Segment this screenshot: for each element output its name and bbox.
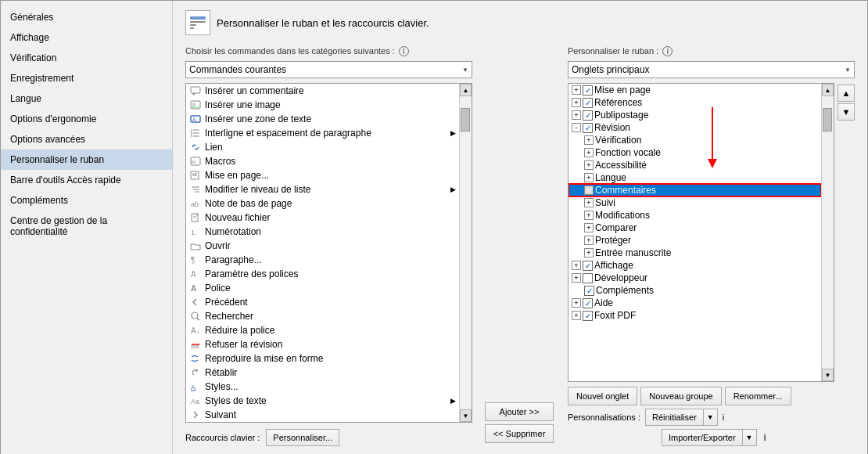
new-group-button[interactable]: Nouveau groupe (640, 387, 721, 405)
right-scroll-up[interactable]: ▲ (822, 84, 834, 96)
importer-exporter-btn[interactable]: Importer/Exporter ▼ (662, 429, 757, 446)
sidebar-item-confidentialite[interactable]: Centre de gestion de la confidentialité (1, 211, 172, 242)
sidebar-item-generales[interactable]: Générales (1, 7, 172, 27)
expand-icon[interactable]: + (584, 223, 594, 232)
left-info-icon[interactable]: i (399, 46, 409, 56)
expand-icon[interactable]: + (584, 148, 594, 157)
left-scrollbar[interactable]: ▲ ▼ (459, 84, 472, 422)
sidebar-item-enregistrement[interactable]: Enregistrement (1, 68, 172, 88)
checkbox[interactable] (583, 85, 593, 95)
expand-icon[interactable]: + (572, 110, 581, 120)
checkbox[interactable] (583, 123, 593, 133)
expand-icon[interactable]: + (584, 186, 594, 195)
svg-text:A: A (191, 284, 196, 293)
list-item: Interligne et espacement de paragraphe ▶ (186, 126, 459, 140)
expand-icon[interactable]: + (572, 311, 581, 320)
sidebar-item-langue[interactable]: Langue (1, 88, 172, 109)
sidebar-item-avancees[interactable]: Options avancées (1, 129, 172, 150)
redo-icon (189, 367, 202, 378)
remove-button[interactable]: << Supprimer (485, 424, 554, 443)
tree-item-langue[interactable]: + Langue (569, 171, 821, 184)
list-item: Précédent (186, 295, 459, 309)
tree-item-entree-manuscrite[interactable]: + Entrée manuscrite (569, 247, 821, 259)
tree-item-aide[interactable]: + Aide (569, 297, 821, 309)
checkbox[interactable] (583, 98, 593, 108)
checkbox[interactable] (583, 311, 593, 321)
note-icon: ab (189, 198, 202, 209)
reinitialiser-arrow[interactable]: ▼ (704, 409, 717, 425)
move-up-button[interactable]: ▲ (838, 85, 855, 102)
dialog-title: Personnaliser le ruban et les raccourcis… (217, 17, 429, 29)
move-down-button[interactable]: ▼ (838, 103, 855, 121)
scroll-up-btn[interactable]: ▲ (460, 84, 472, 96)
right-scroll-track[interactable] (822, 96, 834, 369)
bottom-buttons-row: Nouvel onglet Nouveau groupe Renommer... (568, 387, 855, 405)
checkbox[interactable] (583, 261, 593, 271)
svg-point-30 (192, 312, 198, 319)
checkbox[interactable] (583, 110, 593, 121)
new-tab-button[interactable]: Nouvel onglet (568, 387, 637, 405)
right-scroll-thumb[interactable] (823, 108, 832, 132)
tree-item-publipostage[interactable]: + Publipostage (569, 109, 821, 121)
tree-item-comparer[interactable]: + Comparer (569, 222, 821, 234)
expand-icon[interactable]: + (584, 248, 594, 258)
tree-item-accessibilite[interactable]: + Accessibilité (569, 159, 821, 171)
right-scrollbar[interactable]: ▲ ▼ (821, 84, 834, 381)
rename-button[interactable]: Renommer... (725, 387, 791, 405)
sidebar-item-complements[interactable]: Compléments (1, 190, 172, 211)
sidebar-item-affichage[interactable]: Affichage (1, 27, 172, 48)
svg-text:A: A (192, 117, 196, 122)
tree-item-fonction-vocale[interactable]: + Fonction vocale (569, 146, 821, 159)
add-button[interactable]: Ajouter >> (485, 402, 554, 421)
tree-item-commentaires[interactable]: + Commentaires (569, 184, 821, 196)
expand-icon[interactable]: + (584, 135, 594, 145)
expand-icon[interactable]: + (584, 173, 594, 182)
expand-icon[interactable]: + (572, 261, 581, 270)
sidebar-item-personnaliser-ruban[interactable]: Personnaliser le ruban (1, 150, 172, 170)
right-scroll-down[interactable]: ▼ (822, 369, 834, 381)
reinitialiser-info-icon[interactable]: i (723, 413, 724, 422)
right-dropdown[interactable]: Onglets principaux ▼ (568, 61, 855, 78)
expand-icon[interactable]: + (572, 85, 581, 95)
personnaliser-button[interactable]: Personnaliser... (266, 429, 339, 446)
left-dropdown[interactable]: Commandes courantes ▼ (185, 61, 472, 78)
importer-row: Importer/Exporter ▼ i (568, 429, 855, 446)
list-item: ¶ Paragraphe... (186, 253, 459, 267)
importer-info-icon[interactable]: i (764, 432, 766, 443)
tree-item-foxit[interactable]: + Foxit PDF (569, 309, 821, 322)
tree-item-verification[interactable]: + Vérification (569, 134, 821, 146)
tree-item-proteger[interactable]: + Protéger (569, 234, 821, 247)
tree-item-revision[interactable]: - Révision (569, 121, 821, 134)
expand-icon[interactable]: + (572, 273, 581, 283)
expand-icon[interactable]: + (584, 211, 594, 220)
sidebar-item-verification[interactable]: Vérification (1, 48, 172, 68)
expand-icon[interactable]: + (572, 98, 581, 107)
right-panel: Personnaliser le ruban : i Onglets princ… (568, 46, 855, 446)
sidebar-item-ergonomie[interactable]: Options d'ergonomie (1, 109, 172, 129)
expand-icon[interactable]: + (584, 198, 594, 207)
checkbox[interactable] (583, 298, 593, 308)
checkbox[interactable] (583, 273, 593, 283)
sidebar-item-barre-outils[interactable]: Barre d'outils Accès rapide (1, 170, 172, 190)
tree-item-complements[interactable]: Compléments (569, 284, 821, 297)
tree-item-modifications[interactable]: + Modifications (569, 209, 821, 222)
tree-item-developpeur[interactable]: + Développeur (569, 272, 821, 284)
reinitialiser-split-btn[interactable]: Réinitialiser ▼ (645, 409, 718, 426)
expand-icon[interactable]: + (584, 160, 594, 170)
tree-item-references[interactable]: + Références (569, 96, 821, 109)
tree-item-affichage[interactable]: + Affichage (569, 259, 821, 272)
two-panels: Choisir les commandes dans les catégorie… (185, 46, 855, 446)
importer-exporter-arrow[interactable]: ▼ (743, 430, 756, 445)
expand-icon[interactable]: - (572, 123, 581, 132)
tree-item[interactable]: + Mise en page (569, 84, 821, 96)
scroll-track[interactable] (460, 96, 472, 409)
tree-item-suivi[interactable]: + Suivi (569, 196, 821, 209)
arrow-right3: ▶ (450, 397, 456, 405)
list-item: Rechercher (186, 309, 459, 323)
checkbox[interactable] (584, 286, 594, 296)
scroll-thumb[interactable] (461, 108, 470, 132)
right-info-icon[interactable]: i (662, 46, 673, 56)
expand-icon[interactable]: + (584, 236, 594, 245)
expand-icon[interactable]: + (572, 298, 581, 308)
scroll-down-btn[interactable]: ▼ (460, 409, 472, 422)
